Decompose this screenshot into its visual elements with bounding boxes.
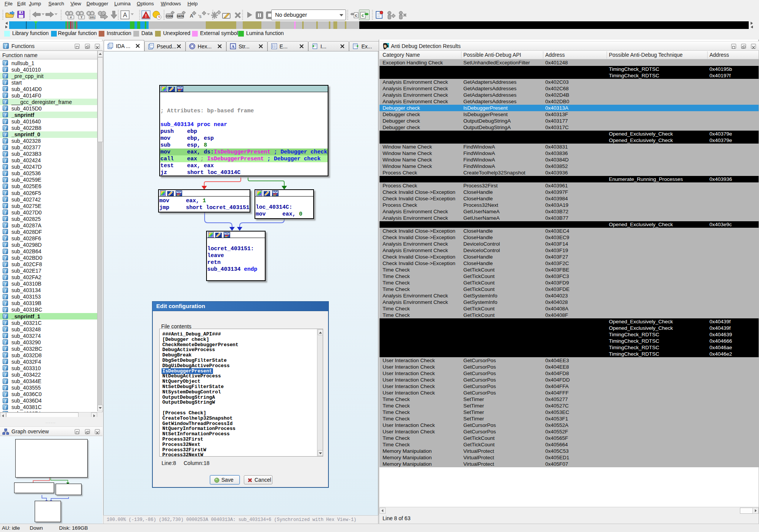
svg-text:DATA: DATA [177,15,184,18]
svg-text:A: A [232,44,235,49]
svg-text:101: 101 [90,16,95,19]
svg-text:c: c [355,13,357,18]
svg-text:!: ! [145,13,147,19]
svg-text:A: A [123,12,127,18]
svg-text:#: # [70,16,72,19]
svg-text:CODE: CODE [166,15,173,18]
svg-text:‘s: ‘s [198,14,202,19]
svg-text:T: T [81,16,83,19]
svg-text:c: c [362,13,364,18]
